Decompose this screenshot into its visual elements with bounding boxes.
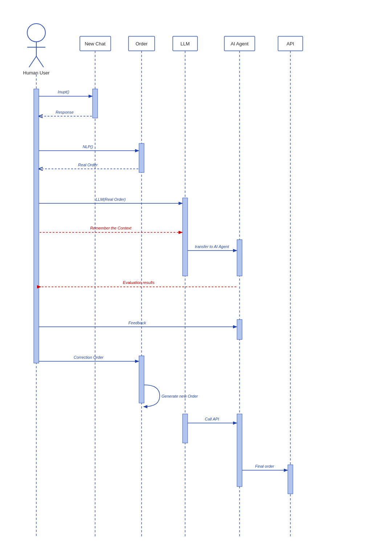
svg-rect-21: [237, 320, 242, 340]
svg-rect-20: [237, 240, 242, 276]
order-label: Order: [135, 41, 148, 46]
msg-generate: Generate new Order: [162, 394, 199, 398]
svg-rect-22: [139, 356, 144, 403]
svg-rect-18: [139, 143, 144, 172]
sequence-diagram: Human User New Chat Order LLM AI Agent A…: [0, 0, 392, 557]
msg-finalorder: Final order: [255, 464, 275, 468]
msg-correction: Correction Order: [74, 355, 104, 359]
msg-evaluation: Evaluation results: [123, 280, 155, 285]
svg-rect-23: [183, 414, 188, 443]
msg-callapi: Call API: [205, 417, 219, 421]
svg-rect-26: [34, 89, 39, 363]
newchat-label: New Chat: [85, 41, 105, 46]
msg-inupt: Inupt(): [58, 90, 69, 94]
api-label: API: [287, 41, 294, 46]
msg-response: Response: [56, 110, 74, 114]
svg-rect-19: [183, 198, 188, 276]
msg-feedback: Feedback: [128, 321, 146, 325]
msg-transfer: transfer to AI Agent: [195, 244, 229, 249]
svg-rect-17: [93, 89, 98, 118]
msg-realorder: Real Order: [78, 163, 98, 167]
aiagent-label: AI Agent: [230, 41, 249, 46]
msg-llm-realorder: LLM(Real Order): [96, 197, 126, 202]
svg-rect-24: [237, 414, 242, 487]
msg-remember: Remember the Context: [90, 226, 132, 230]
svg-rect-25: [288, 465, 293, 494]
msg-nlp: NLP(): [83, 145, 93, 149]
llm-label: LLM: [180, 41, 189, 46]
svg-rect-0: [0, 0, 392, 557]
